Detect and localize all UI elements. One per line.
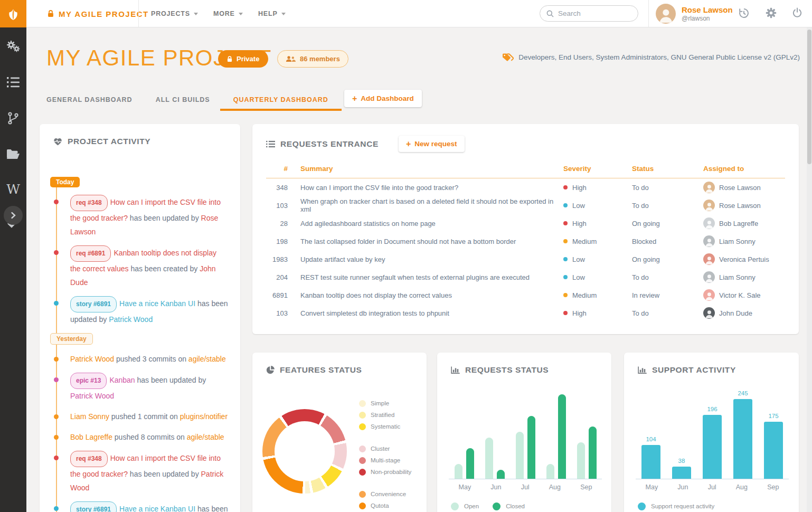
- search-input[interactable]: [558, 10, 627, 17]
- navbar-divider: [648, 0, 649, 27]
- menu-projects-label: PROJECTS: [151, 10, 190, 17]
- artifact-badge[interactable]: req #348: [70, 451, 108, 467]
- chevron-right-icon: [10, 212, 16, 219]
- bar-closed: [558, 394, 566, 479]
- artifact-badge[interactable]: epic #13: [70, 373, 107, 389]
- bar-support: [672, 467, 691, 479]
- artifact-badge[interactable]: req #348: [70, 195, 108, 211]
- activity-entry: req #6891Kanban tooltip does not display…: [70, 245, 229, 289]
- plus-icon: +: [406, 140, 411, 148]
- cell-id: 103: [266, 309, 295, 317]
- activity-link[interactable]: Kanban: [109, 376, 135, 384]
- members-badge[interactable]: 86 members: [277, 50, 348, 68]
- activity-link[interactable]: Patrick Wood: [70, 392, 114, 400]
- requests-status-header: REQUESTS STATUS: [437, 353, 611, 375]
- activity-dot-icon: [54, 506, 59, 511]
- tab-general-dashboard[interactable]: GENERAL DASHBOARD: [46, 89, 144, 111]
- cell-id: 198: [266, 238, 295, 245]
- legend-label: Closed: [506, 503, 525, 509]
- cell-status: On going: [632, 255, 698, 263]
- activity-link[interactable]: Liam Sonny: [70, 412, 109, 421]
- column-header-summary: Summary: [300, 165, 558, 173]
- activity-link[interactable]: agile/stable: [188, 355, 226, 363]
- menu-more[interactable]: MORE: [213, 0, 243, 27]
- activity-link[interactable]: Have a nice Kanban UI: [119, 505, 195, 512]
- sidebar-item-documents[interactable]: [0, 141, 26, 167]
- table-row[interactable]: 198The last collapsed folder in Document…: [266, 232, 785, 250]
- search-icon: [546, 10, 554, 17]
- legend-item: Non-probability: [359, 466, 411, 478]
- legend-swatch-icon: [359, 423, 366, 430]
- features-status-title: FEATURES STATUS: [280, 365, 362, 375]
- activity-link[interactable]: plugins/notifier: [180, 412, 228, 421]
- table-row[interactable]: 1983Update artifact value by keyLowOn go…: [266, 250, 785, 268]
- app-root: MY AGILE PROJECT PROJECTS MORE HELP Rose…: [0, 0, 812, 512]
- activity-link[interactable]: agile/stable: [187, 433, 224, 441]
- sidebar-item-wiki[interactable]: W: [0, 176, 26, 202]
- settings-gear-icon[interactable]: [766, 7, 777, 21]
- tab-all-ci-builds[interactable]: ALL CI BUILDS: [144, 89, 222, 111]
- history-icon[interactable]: [738, 7, 750, 21]
- navbar-project-title[interactable]: MY AGILE PROJECT: [48, 0, 149, 27]
- tuleap-logo[interactable]: [0, 0, 26, 27]
- cell-status: To do: [632, 202, 698, 210]
- sidebar-item-trackers[interactable]: [0, 69, 26, 96]
- power-icon[interactable]: [792, 7, 802, 20]
- sidebar-item-admin[interactable]: [0, 33, 26, 60]
- pie-chart-icon: [266, 366, 275, 374]
- cell-severity: High: [563, 309, 627, 317]
- artifact-badge[interactable]: story #6891: [70, 296, 117, 312]
- timeline-line: [56, 181, 57, 512]
- artifact-badge[interactable]: story #6891: [70, 501, 117, 512]
- requests-entrance-header: REQUESTS ENTRANCE + New request: [252, 124, 799, 152]
- requests-status-chart: [449, 392, 602, 479]
- user-menu[interactable]: Rose Lawson @rlawson: [656, 4, 733, 24]
- x-tick-label: Jul: [521, 483, 530, 491]
- x-tick-label: Jun: [677, 483, 688, 491]
- page-scrollbar: [807, 27, 812, 512]
- cell-status: Blocked: [632, 238, 698, 245]
- menu-help[interactable]: HELP: [258, 0, 286, 27]
- bar-open: [516, 432, 524, 479]
- assignee-name: Bob Lagreffe: [719, 220, 758, 227]
- menu-projects[interactable]: PROJECTS: [151, 0, 198, 27]
- table-row[interactable]: 28Add agiledashboard statistics on home …: [266, 214, 785, 232]
- legend-item: Simple: [359, 397, 411, 409]
- table-row[interactable]: 103Convert simpletest db integration tes…: [266, 304, 785, 322]
- table-row[interactable]: 348How can I import the CSV file into th…: [266, 178, 785, 196]
- activity-link[interactable]: Patrick Wood: [109, 315, 153, 324]
- activity-dot-icon: [54, 301, 59, 306]
- activity-link[interactable]: Bob Lagreffe: [70, 433, 112, 441]
- collapse-sidebar-button[interactable]: [4, 206, 23, 225]
- git-branch-icon: [8, 112, 18, 125]
- legend-item: Qutota: [359, 500, 411, 511]
- tab-quarterly-dashboard[interactable]: QUARTERLY DASHBOARD: [222, 89, 340, 111]
- scrollbar-thumb[interactable]: [807, 30, 811, 164]
- bar-group: [516, 416, 535, 479]
- table-row[interactable]: 6891Kanban tooltip does not display the …: [266, 286, 785, 304]
- main-content: MY AGILE PROJECT Private 86 members Deve…: [26, 27, 812, 512]
- cell-severity: Low: [563, 273, 627, 281]
- new-request-button[interactable]: + New request: [399, 136, 465, 152]
- assignee-name: Veronica Pertuis: [719, 255, 769, 263]
- project-activity-header: PROJECT ACTIVITY: [40, 124, 240, 146]
- lock-icon: [48, 10, 54, 17]
- sidebar-item-git[interactable]: [0, 105, 26, 131]
- tab-label: QUARTERLY DASHBOARD: [233, 96, 328, 103]
- legend-group: SimpleStratifiedSystematic: [359, 397, 411, 432]
- legend-swatch-icon: [493, 502, 501, 510]
- activity-list: Todayreq #348How can I import the CSV fi…: [40, 177, 240, 512]
- legend-item: Convenience: [359, 488, 411, 500]
- support-activity-chart: 10438196245175: [636, 395, 789, 479]
- assignee-avatar: [703, 235, 715, 247]
- activity-link[interactable]: Have a nice Kanban UI: [119, 299, 195, 308]
- cell-severity: Medium: [563, 238, 627, 245]
- activity-link[interactable]: Patrick Wood: [70, 355, 114, 363]
- table-row[interactable]: 103When graph on tracker chart is based …: [266, 196, 785, 214]
- table-row[interactable]: 204REST test suite runner segfault when …: [266, 268, 785, 286]
- bar-closed: [589, 426, 597, 479]
- members-label: 86 members: [300, 55, 340, 63]
- artifact-badge[interactable]: req #6891: [70, 245, 111, 262]
- add-dashboard-button[interactable]: + Add Dashboard: [344, 90, 422, 107]
- severity-dot-icon: [563, 221, 568, 225]
